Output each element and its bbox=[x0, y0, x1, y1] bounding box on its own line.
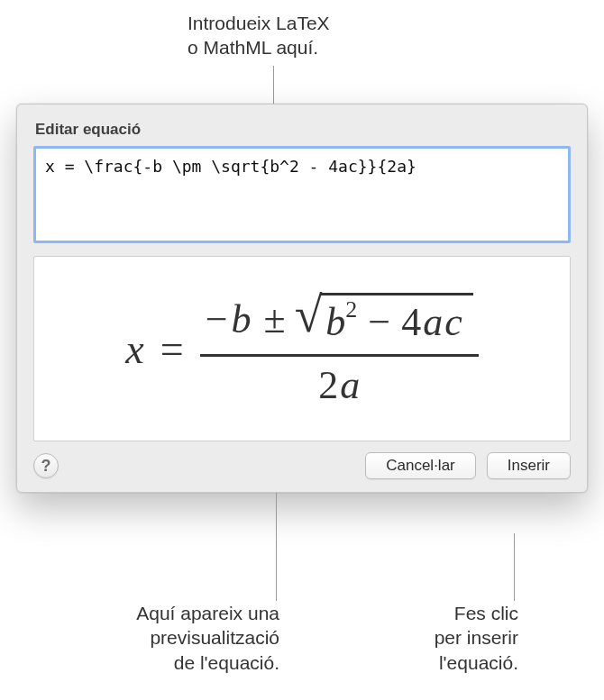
preview-a: a bbox=[423, 299, 443, 345]
leader-line-preview bbox=[276, 493, 277, 601]
insert-button[interactable]: Inserir bbox=[487, 452, 571, 479]
preview-plusminus: ± bbox=[263, 296, 285, 342]
preview-x: x bbox=[125, 325, 143, 373]
preview-four: 4 bbox=[401, 299, 421, 345]
preview-radicand: b 2 − 4 a c bbox=[320, 293, 472, 345]
sqrt-icon: √ bbox=[295, 297, 323, 332]
equation-render: x = − b ± √ b 2 − 4 a c bbox=[125, 289, 478, 408]
help-icon: ? bbox=[41, 457, 51, 476]
preview-minus: − bbox=[206, 296, 228, 342]
callout-preview-line2: previsualització bbox=[150, 627, 279, 648]
equation-preview: x = − b ± √ b 2 − 4 a c bbox=[33, 256, 571, 441]
callout-input-line2: o MathML aquí. bbox=[188, 37, 318, 58]
preview-a2: a bbox=[340, 363, 360, 407]
help-button[interactable]: ? bbox=[33, 453, 59, 478]
preview-b1: b bbox=[231, 296, 251, 342]
callout-insert: Fes clic per inserir l'equació. bbox=[401, 601, 518, 675]
callout-input-line1: Introdueix LaTeX bbox=[188, 13, 330, 33]
callout-insert-line1: Fes clic bbox=[454, 603, 518, 623]
cancel-button[interactable]: Cancel·lar bbox=[365, 452, 476, 479]
preview-b2: b bbox=[325, 299, 345, 345]
callout-preview-line3: de l'equació. bbox=[174, 652, 279, 673]
callout-insert-line3: l'equació. bbox=[439, 652, 518, 673]
preview-fraction: − b ± √ b 2 − 4 a c bbox=[200, 289, 479, 408]
preview-numerator: − b ± √ b 2 − 4 a c bbox=[200, 289, 479, 354]
edit-equation-dialog: Editar equació x = − b ± √ b 2 − 4 bbox=[16, 104, 588, 493]
callout-preview: Aquí apareix una previsualització de l'e… bbox=[90, 601, 279, 675]
preview-c: c bbox=[444, 299, 462, 345]
preview-sqrt: √ b 2 − 4 a c bbox=[295, 293, 473, 345]
equation-input[interactable] bbox=[33, 146, 571, 243]
callout-input: Introdueix LaTeX o MathML aquí. bbox=[188, 11, 330, 60]
dialog-title: Editar equació bbox=[33, 121, 571, 139]
preview-sup2: 2 bbox=[345, 296, 357, 323]
preview-denominator: 2a bbox=[318, 357, 360, 408]
preview-two: 2 bbox=[318, 363, 338, 407]
callout-insert-line2: per inserir bbox=[435, 627, 518, 648]
callout-preview-line1: Aquí apareix una bbox=[136, 603, 279, 623]
preview-equals: = bbox=[160, 325, 184, 373]
dialog-button-row: ? Cancel·lar Inserir bbox=[33, 452, 571, 479]
preview-minus2: − bbox=[368, 299, 390, 345]
leader-line-insert bbox=[514, 533, 515, 601]
